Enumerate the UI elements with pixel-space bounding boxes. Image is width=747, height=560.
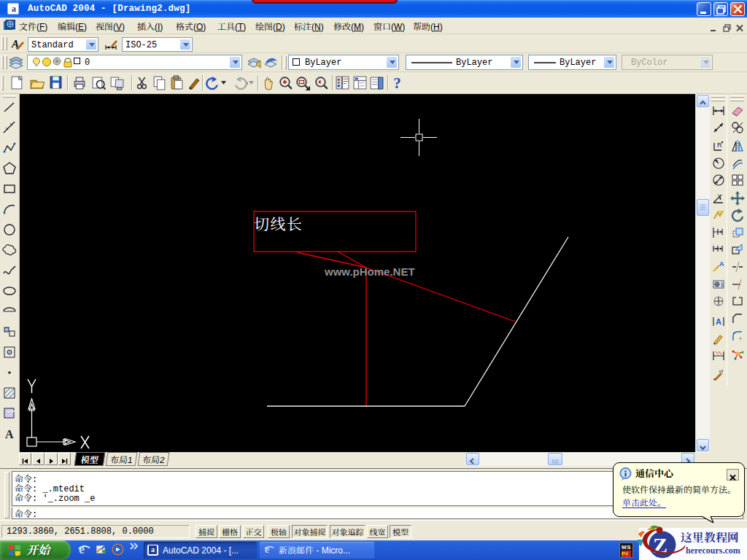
svg-text:A: A — [716, 315, 721, 327]
svg-text:www.pHome.NET: www.pHome.NET — [324, 265, 415, 278]
svg-text:切线长: 切线长 — [254, 212, 303, 234]
svg-text:e: e — [265, 544, 269, 555]
svg-text:A: A — [5, 428, 14, 440]
svg-text:A: A — [719, 260, 724, 268]
svg-text:R: R — [717, 140, 722, 149]
svg-text:herecours.com: herecours.com — [686, 545, 740, 556]
svg-text:1: 1 — [721, 280, 724, 288]
svg-text:?: ? — [393, 75, 401, 90]
svg-text:这里教程网: 这里教程网 — [681, 529, 739, 545]
svg-text:e: e — [79, 543, 85, 556]
